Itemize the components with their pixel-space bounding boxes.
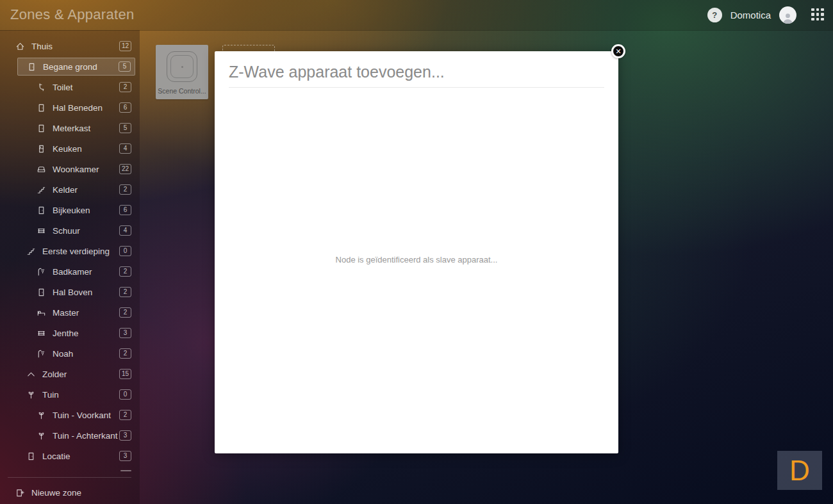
scene-controller-icon xyxy=(167,51,197,82)
plant-icon xyxy=(26,390,36,400)
sidebar-item-meterkast[interactable]: Meterkast5 xyxy=(0,118,140,138)
sidebar-item-thuis[interactable]: Thuis12 xyxy=(0,36,140,56)
dialog-title-divider xyxy=(229,87,604,88)
new-zone-icon xyxy=(15,488,25,498)
zone-count-badge: 0 xyxy=(119,246,131,256)
toilet-icon xyxy=(37,83,46,92)
roof-icon xyxy=(26,370,36,379)
sidebar-item-hal-beneden[interactable]: Hal Beneden6 xyxy=(0,97,140,118)
zone-label: Toilet xyxy=(53,83,73,92)
plant-icon xyxy=(37,431,46,441)
zone-label: Badkamer xyxy=(53,267,92,277)
zone-count-badge: 2 xyxy=(119,410,131,420)
zone-count-badge: 22 xyxy=(119,164,131,174)
zone-count-badge: 5 xyxy=(119,123,131,133)
brand-logo-letter: D xyxy=(789,457,810,485)
zone-label: Hal Boven xyxy=(53,288,92,297)
zone-label: Zolder xyxy=(42,370,67,379)
zone-count-badge: 2 xyxy=(119,82,131,92)
sidebar-item-tuin[interactable]: Tuin0 xyxy=(0,384,140,405)
door-icon xyxy=(27,62,37,72)
sidebar-footer: Nieuwe zone xyxy=(0,477,140,504)
close-icon[interactable]: ✕ xyxy=(611,44,625,58)
shelf-icon xyxy=(37,226,46,236)
zone-count-badge: 3 xyxy=(119,451,131,461)
avatar[interactable] xyxy=(779,6,796,24)
sidebar-item-schuur[interactable]: Schuur4 xyxy=(0,220,140,241)
zones-sidebar: Thuis12 Begane grond5 Toilet2 Hal Benede… xyxy=(0,30,140,504)
zone-count-badge: 15 xyxy=(119,369,131,379)
zone-label: Locatie xyxy=(42,451,70,461)
sidebar-item-begane-grond[interactable]: Begane grond5 xyxy=(17,58,135,76)
sidebar-item-master[interactable]: Master2 xyxy=(0,302,140,323)
account-name: Domotica xyxy=(730,10,771,20)
partially-scrolled-item xyxy=(120,470,131,471)
zone-label: Kelder xyxy=(53,185,78,195)
stairs-icon xyxy=(26,247,36,256)
person-icon xyxy=(782,12,794,24)
sidebar-item-badkamer[interactable]: Badkamer2 xyxy=(0,261,140,282)
zone-count-badge: 4 xyxy=(119,225,131,236)
zone-label: Woonkamer xyxy=(53,165,99,174)
zone-label: Master xyxy=(53,308,79,318)
zone-count-badge: 12 xyxy=(119,41,131,51)
sidebar-item-kelder[interactable]: Kelder2 xyxy=(0,179,140,200)
house-icon xyxy=(15,42,25,51)
zone-count-badge: 2 xyxy=(119,307,131,318)
zone-count-badge: 4 xyxy=(119,143,131,154)
device-tile-scene-controller[interactable]: Scene Control... xyxy=(156,45,208,99)
header-bar: Zones & Apparaten ? Domotica xyxy=(0,0,833,31)
door-icon xyxy=(37,206,46,215)
sidebar-item-tuin-voorkant[interactable]: Tuin - Voorkant2 xyxy=(0,405,140,425)
zone-label: Thuis xyxy=(31,42,53,51)
zone-label: Meterkast xyxy=(53,124,90,133)
shower-icon xyxy=(37,349,46,359)
page-title: Zones & Apparaten xyxy=(10,6,134,23)
zone-count-badge: 2 xyxy=(119,266,131,277)
sidebar-item-eerste-verdieping[interactable]: Eerste verdieping0 xyxy=(0,241,140,261)
zone-count-badge: 2 xyxy=(119,348,131,359)
zone-label: Jenthe xyxy=(53,329,79,338)
sidebar-item-keuken[interactable]: Keuken4 xyxy=(0,138,140,159)
sidebar-item-woonkamer[interactable]: Woonkamer22 xyxy=(0,159,140,179)
dialog-title: Z-Wave apparaat toevoegen... xyxy=(229,63,445,81)
door-icon xyxy=(37,124,46,133)
sidebar-item-tuin-achterkant[interactable]: Tuin - Achterkant3 xyxy=(0,425,140,446)
zone-count-badge: 5 xyxy=(119,61,131,72)
apps-grid-icon[interactable] xyxy=(811,8,825,22)
zone-label: Schuur xyxy=(53,226,80,236)
device-tile-label: Scene Control... xyxy=(158,87,206,95)
zone-count-badge: 6 xyxy=(119,102,131,113)
zone-label: Noah xyxy=(53,349,73,359)
zone-count-badge: 2 xyxy=(119,184,131,195)
help-icon[interactable]: ? xyxy=(707,8,722,22)
zone-list: Thuis12 Begane grond5 Toilet2 Hal Benede… xyxy=(0,36,140,466)
new-zone-button[interactable]: Nieuwe zone xyxy=(0,482,140,503)
zone-label: Eerste verdieping xyxy=(42,247,110,256)
zone-count-badge: 0 xyxy=(119,389,131,400)
sidebar-item-noah[interactable]: Noah2 xyxy=(0,343,140,364)
zone-label: Bijkeuken xyxy=(53,206,90,215)
door-icon xyxy=(37,103,46,113)
kitchen-icon xyxy=(37,144,46,154)
zone-label: Tuin xyxy=(42,390,59,400)
zone-count-badge: 6 xyxy=(119,205,131,215)
sidebar-item-jenthe[interactable]: Jenthe3 xyxy=(0,323,140,343)
sidebar-item-toilet[interactable]: Toilet2 xyxy=(0,77,140,97)
sofa-icon xyxy=(37,165,46,174)
zone-label: Tuin - Achterkant xyxy=(53,431,118,441)
sidebar-item-bijkeuken[interactable]: Bijkeuken6 xyxy=(0,200,140,220)
bed-icon xyxy=(37,308,46,318)
zone-label: Begane grond xyxy=(43,62,97,72)
sidebar-item-locatie[interactable]: Locatie3 xyxy=(0,446,140,466)
sidebar-item-zolder[interactable]: Zolder15 xyxy=(0,364,140,384)
zone-count-badge: 3 xyxy=(119,430,131,441)
brand-logo: D xyxy=(777,451,822,490)
door-icon xyxy=(37,288,46,297)
sidebar-item-hal-boven[interactable]: Hal Boven2 xyxy=(0,282,140,302)
zone-label: Hal Beneden xyxy=(53,103,103,113)
new-zone-label: Nieuwe zone xyxy=(31,488,81,498)
shelf-icon xyxy=(37,329,46,338)
zone-label: Keuken xyxy=(53,144,82,154)
plant-icon xyxy=(37,411,46,420)
